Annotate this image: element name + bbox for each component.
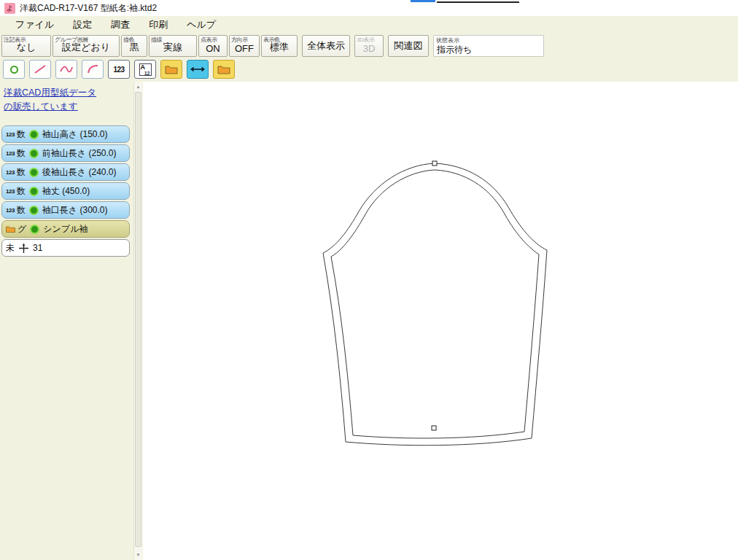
app-icon: よ <box>4 3 15 14</box>
numeric-tool-button[interactable]: 123 <box>108 60 130 79</box>
menu-print[interactable]: 印刷 <box>139 16 177 34</box>
scrollbar-thumb[interactable] <box>135 92 141 547</box>
direction-display-caption: 方向示 <box>231 36 248 44</box>
sleeve-inner-outline[interactable] <box>331 170 539 438</box>
param-label: 袖山高さ (150.0) <box>42 128 108 141</box>
green-dot-icon <box>29 149 39 158</box>
param-label: 前袖山長さ (250.0) <box>42 147 117 160</box>
label-a: A <box>141 63 146 71</box>
param-row-sleeve-cap-height[interactable]: 123 数 袖山高さ (150.0) <box>1 125 130 143</box>
line-tool-button[interactable] <box>29 60 51 79</box>
status-text: 指示待ち <box>437 44 472 56</box>
green-dot-icon <box>30 225 39 234</box>
window-title: 洋裁CAD-R17-V167 型紙名:袖.ktd2 <box>20 2 157 15</box>
point-circle-tool-button[interactable] <box>3 60 25 79</box>
arc-tool-button[interactable] <box>82 60 104 79</box>
sidebar: 洋裁CAD用型紙データ の販売しています 123 数 袖山高さ (150.0) … <box>0 82 143 560</box>
direction-display-value: OFF <box>235 43 254 54</box>
param-row-front-cap-length[interactable]: 123 数 前袖山長さ (250.0) <box>1 144 130 162</box>
note-display-caption: 注記表示 <box>4 36 26 44</box>
numeric-badge: 123 <box>6 169 15 176</box>
shop-link[interactable]: 洋裁CAD用型紙データ の販売しています <box>4 86 96 114</box>
note-display-button[interactable]: 注記表示 なし <box>1 35 51 57</box>
pending-count: 31 <box>33 243 42 253</box>
drawing-canvas[interactable] <box>143 82 738 560</box>
folder2-icon <box>217 64 230 74</box>
param-row-sleeve-length[interactable]: 123 数 袖丈 (450.0) <box>1 182 130 200</box>
related-figure-button[interactable]: 関連図 <box>388 35 429 57</box>
param-row-back-cap-length[interactable]: 123 数 後袖山長さ (240.0) <box>1 163 130 181</box>
green-circle-icon <box>10 66 18 74</box>
line-style-value: 実線 <box>163 41 182 54</box>
green-dot-icon <box>29 168 39 177</box>
menu-help[interactable]: ヘルプ <box>177 16 225 34</box>
line-icon <box>33 63 47 75</box>
curve-tool-button[interactable] <box>55 60 77 79</box>
taskbar-indicator <box>411 0 435 2</box>
folder-open-button[interactable] <box>160 60 182 79</box>
param-row-cuff-length[interactable]: 123 数 袖口長さ (300.0) <box>1 201 130 219</box>
menu-settings[interactable]: 設定 <box>63 16 101 34</box>
shop-link-line1: 洋裁CAD用型紙データ <box>4 86 96 100</box>
green-dot-icon <box>29 187 39 196</box>
bottom-point-handle[interactable] <box>432 426 436 430</box>
point-display-caption: 点表示 <box>201 36 217 44</box>
folder-button[interactable] <box>213 60 235 79</box>
background-window-edge <box>437 0 519 3</box>
param-label: 袖口長さ (300.0) <box>42 204 108 217</box>
draw-color-button[interactable]: 描色 黒 <box>121 35 147 57</box>
point-display-button[interactable]: 点表示 ON <box>198 35 228 57</box>
wave-curve-icon <box>59 63 74 75</box>
param-kind: 数 <box>17 128 26 141</box>
sleeve-outer-outline[interactable] <box>323 163 547 446</box>
param-kind: 数 <box>17 147 26 160</box>
param-label: 袖丈 (450.0) <box>42 185 90 198</box>
numeric-badge: 123 <box>6 188 15 195</box>
shop-link-line2: の販売しています <box>4 100 96 114</box>
status-display-box: 状態表示 指示待ち <box>433 35 544 57</box>
group-layer-caption: グループ画層 <box>55 36 88 44</box>
scrollbar-down-icon[interactable]: ▼ <box>134 551 142 559</box>
param-kind: 数 <box>17 166 26 179</box>
line-style-caption: 描線 <box>151 36 162 44</box>
crosshair-cursor-icon <box>19 244 28 253</box>
tools-toolbar: 123 A 12 <box>0 58 738 82</box>
3d-view-value: 3D <box>363 43 376 54</box>
display-color-button[interactable]: 表示色 標準 <box>261 35 298 57</box>
display-color-caption: 表示色 <box>263 36 280 44</box>
line-style-button[interactable]: 描線 実線 <box>149 35 197 57</box>
titlebar: よ 洋裁CAD-R17-V167 型紙名:袖.ktd2 <box>0 0 738 16</box>
menu-inspect[interactable]: 調査 <box>101 16 139 34</box>
menu-file[interactable]: ファイル <box>6 16 63 34</box>
group-kind: グ <box>18 223 26 236</box>
menubar: ファイル 設定 調査 印刷 ヘルプ <box>0 16 738 34</box>
numeric-badge: 123 <box>6 207 15 214</box>
fit-view-label: 全体表示 <box>307 39 345 52</box>
scrollbar-up-icon[interactable]: ▲ <box>134 82 142 91</box>
fit-view-button[interactable]: 全体表示 <box>302 35 350 57</box>
numeric-badge: 123 <box>6 131 15 138</box>
draw-color-caption: 描色 <box>123 36 134 44</box>
pattern-drawing <box>143 82 738 560</box>
3d-view-button: 3D表示 3D <box>354 35 384 57</box>
pending-row[interactable]: 未 31 <box>1 239 130 257</box>
sidebar-scrollbar[interactable]: ▲ ▼ <box>133 82 142 560</box>
group-label: シンプル袖 <box>43 223 88 236</box>
point-display-value: ON <box>206 43 220 54</box>
measure-arrow-button[interactable] <box>187 60 209 79</box>
group-layer-button[interactable]: グループ画層 設定どおり <box>53 35 120 57</box>
direction-display-button[interactable]: 方向示 OFF <box>229 35 260 57</box>
green-dot-icon <box>29 130 39 139</box>
green-dot-icon <box>29 206 39 215</box>
pending-left-label: 未 <box>6 242 15 254</box>
label-display-tool-button[interactable]: A 12 <box>134 60 156 79</box>
mini-folder-icon <box>6 225 15 233</box>
horizontal-arrow-icon <box>190 65 206 74</box>
param-kind: 数 <box>17 204 26 217</box>
arc-icon <box>85 63 100 75</box>
settings-toolbar: 注記表示 なし グループ画層 設定どおり 描色 黒 描線 実線 点表示 ON 方… <box>0 34 738 58</box>
group-row-simple-sleeve[interactable]: グ シンプル袖 <box>1 220 130 238</box>
top-point-handle[interactable] <box>432 161 437 166</box>
numeric-tool-label: 123 <box>113 66 124 74</box>
related-figure-label: 関連図 <box>395 39 423 52</box>
